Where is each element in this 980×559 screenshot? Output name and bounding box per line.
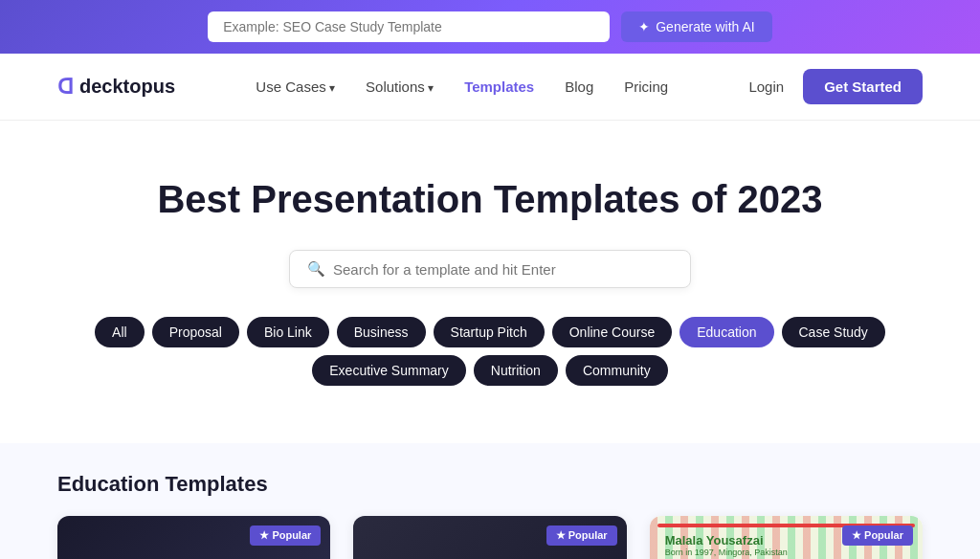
login-button[interactable]: Login bbox=[748, 78, 784, 95]
search-icon: 🔍 bbox=[307, 260, 325, 278]
card-image-1: Nelson Mandela President of South Africa… bbox=[57, 516, 330, 559]
navbar: ᗡ decktopus Use Cases Solutions Template… bbox=[0, 54, 980, 121]
top-banner-input[interactable] bbox=[208, 11, 610, 42]
get-started-button[interactable]: Get Started bbox=[803, 69, 923, 104]
hero-section: Best Presentation Templates of 2023 🔍 Al… bbox=[0, 121, 980, 443]
card-image-3: Malala Yousafzai Born in 1997, Mingora, … bbox=[650, 516, 923, 559]
card-malala[interactable]: Malala Yousafzai Born in 1997, Mingora, … bbox=[650, 516, 923, 559]
nav-use-cases[interactable]: Use Cases bbox=[256, 78, 335, 95]
cards-grid: Nelson Mandela President of South Africa… bbox=[57, 516, 923, 559]
search-container: 🔍 bbox=[19, 250, 961, 288]
filter-online-course[interactable]: Online Course bbox=[552, 317, 673, 347]
filter-all[interactable]: All bbox=[95, 317, 145, 347]
popular-badge-3: Popular bbox=[842, 525, 913, 546]
filter-nutrition[interactable]: Nutrition bbox=[474, 355, 558, 386]
filter-proposal[interactable]: Proposal bbox=[152, 317, 239, 347]
filter-community[interactable]: Community bbox=[566, 355, 668, 386]
search-box: 🔍 bbox=[289, 250, 691, 288]
nav-pricing[interactable]: Pricing bbox=[624, 78, 668, 95]
logo[interactable]: ᗡ decktopus bbox=[57, 75, 175, 100]
filter-education[interactable]: Education bbox=[679, 317, 773, 347]
education-section: Education Templates Nelson Mandela Presi… bbox=[0, 443, 980, 559]
generate-ai-button[interactable]: ✦ Generate with AI bbox=[621, 11, 772, 42]
filter-business[interactable]: Business bbox=[337, 317, 426, 347]
nav-blog[interactable]: Blog bbox=[565, 78, 593, 95]
ai-icon: ✦ bbox=[638, 19, 650, 34]
nav-links: Use Cases Solutions Templates Blog Prici… bbox=[256, 78, 668, 96]
card-image-2: Muhammed Ali American professional boxer… bbox=[353, 516, 626, 559]
card-nelson-mandela[interactable]: Nelson Mandela President of South Africa… bbox=[57, 516, 330, 559]
nav-solutions[interactable]: Solutions bbox=[366, 78, 434, 95]
popular-badge-2: Popular bbox=[546, 525, 617, 546]
card-muhammed-ali[interactable]: Muhammed Ali American professional boxer… bbox=[353, 516, 626, 559]
nav-right: Login Get Started bbox=[748, 69, 923, 104]
popular-badge-1: Popular bbox=[250, 525, 321, 546]
filter-bio-link[interactable]: Bio Link bbox=[247, 317, 329, 347]
nav-templates[interactable]: Templates bbox=[464, 78, 534, 95]
filter-executive-summary[interactable]: Executive Summary bbox=[312, 355, 465, 386]
section-title: Education Templates bbox=[57, 472, 923, 497]
search-input[interactable] bbox=[333, 261, 673, 278]
top-banner: ✦ Generate with AI bbox=[0, 0, 980, 54]
logo-icon: ᗡ bbox=[57, 75, 74, 100]
malala-name: Malala Yousafzai bbox=[665, 533, 788, 548]
hero-title: Best Presentation Templates of 2023 bbox=[19, 178, 961, 221]
filter-case-study[interactable]: Case Study bbox=[782, 317, 885, 347]
malala-info: Born in 1997, Mingora, Pakistan bbox=[665, 548, 788, 557]
filter-tags: All Proposal Bio Link Business Startup P… bbox=[19, 317, 961, 414]
filter-startup-pitch[interactable]: Startup Pitch bbox=[434, 317, 545, 347]
